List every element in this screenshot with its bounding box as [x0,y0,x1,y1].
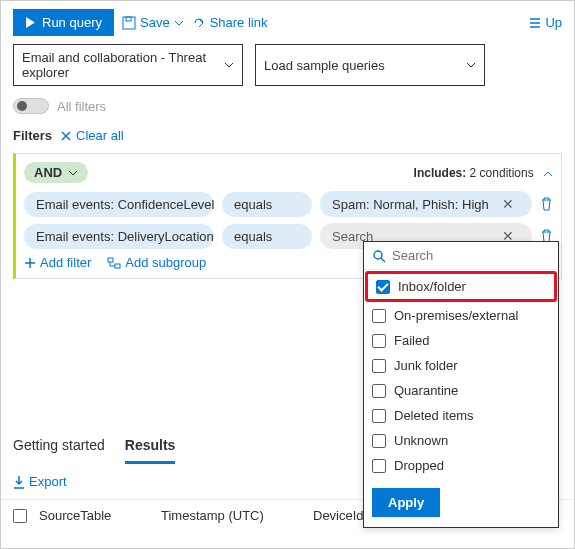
chevron-down-icon [466,62,476,68]
filters-heading: Filters [13,128,52,143]
sample-queries-value: Load sample queries [264,58,385,73]
value-dropdown: Inbox/folder On-premises/external Failed… [363,241,559,528]
chevron-down-icon [174,20,184,26]
option-checkbox[interactable] [372,459,386,473]
filter-field-pill[interactable]: Email events: DeliveryLocation [24,224,214,249]
column-header[interactable]: Timestamp (UTC) [161,508,301,523]
dropdown-option[interactable]: Inbox/folder [365,271,557,302]
tab-getting-started[interactable]: Getting started [13,429,105,464]
condition-row: Email events: ConfidenceLevel equals Spa… [24,191,553,217]
dropdown-option[interactable]: Failed [364,328,558,353]
filter-operator-pill[interactable]: equals [222,224,312,249]
option-checkbox[interactable] [372,309,386,323]
run-label: Run query [42,15,102,30]
svg-rect-1 [126,17,131,21]
dropdown-option[interactable]: Unknown [364,428,558,453]
all-filters-toggle[interactable] [13,98,49,114]
option-checkbox[interactable] [372,359,386,373]
includes-summary: Includes: 2 conditions [414,166,553,180]
option-checkbox[interactable] [372,409,386,423]
dropdown-search-input[interactable] [392,248,550,263]
share-icon [192,16,206,30]
chevron-down-icon [68,170,78,176]
column-header[interactable]: SourceTable [39,508,149,523]
svg-point-4 [374,251,382,259]
save-button[interactable]: Save [122,15,184,30]
select-all-checkbox[interactable] [13,509,27,523]
column-header[interactable]: DeviceId [313,508,364,523]
dropdown-option[interactable]: Deleted items [364,403,558,428]
save-label: Save [140,15,170,30]
share-label: Share link [210,15,268,30]
up-button[interactable]: Up [527,15,562,30]
chevron-down-icon [224,62,234,68]
play-icon [25,17,36,28]
apply-button[interactable]: Apply [372,488,440,517]
share-link-button[interactable]: Share link [192,15,268,30]
svg-rect-2 [108,258,113,262]
filter-field-pill[interactable]: Email events: ConfidenceLevel [24,192,214,217]
chevron-up-icon[interactable] [543,171,553,177]
data-source-value: Email and collaboration - Threat explore… [22,50,224,80]
filter-operator-pill[interactable]: equals [222,192,312,217]
option-checkbox[interactable] [372,384,386,398]
option-checkbox[interactable] [376,280,390,294]
clear-value-icon[interactable]: ✕ [502,196,520,212]
add-subgroup-label: Add subgroup [125,255,206,270]
download-icon [13,475,25,489]
list-icon [527,17,541,29]
dropdown-option[interactable]: Quarantine [364,378,558,403]
plus-icon [24,257,36,269]
svg-rect-0 [123,17,135,29]
search-icon [372,249,386,263]
dropdown-option[interactable]: Junk folder [364,353,558,378]
add-filter-button[interactable]: Add filter [24,255,91,270]
export-label: Export [29,474,67,489]
clear-all-button[interactable]: Clear all [60,128,124,143]
dropdown-option[interactable]: Dropped [364,453,558,478]
up-label: Up [545,15,562,30]
filter-value-pill[interactable]: Spam: Normal, Phish: High ✕ [320,191,532,217]
dropdown-search[interactable] [364,242,558,270]
tab-results[interactable]: Results [125,429,176,464]
run-query-button[interactable]: Run query [13,9,114,36]
clear-all-label: Clear all [76,128,124,143]
option-checkbox[interactable] [372,434,386,448]
data-source-select[interactable]: Email and collaboration - Threat explore… [13,44,243,86]
all-filters-label: All filters [57,99,106,114]
clear-icon [60,130,72,142]
sample-queries-select[interactable]: Load sample queries [255,44,485,86]
subgroup-icon [107,257,121,269]
delete-row-icon[interactable] [540,197,553,211]
dropdown-option[interactable]: On-premises/external [364,303,558,328]
save-icon [122,16,136,30]
svg-rect-3 [115,264,120,268]
add-subgroup-button[interactable]: Add subgroup [107,255,206,270]
add-filter-label: Add filter [40,255,91,270]
operator-label: AND [34,165,62,180]
option-checkbox[interactable] [372,334,386,348]
operator-pill[interactable]: AND [24,162,88,183]
